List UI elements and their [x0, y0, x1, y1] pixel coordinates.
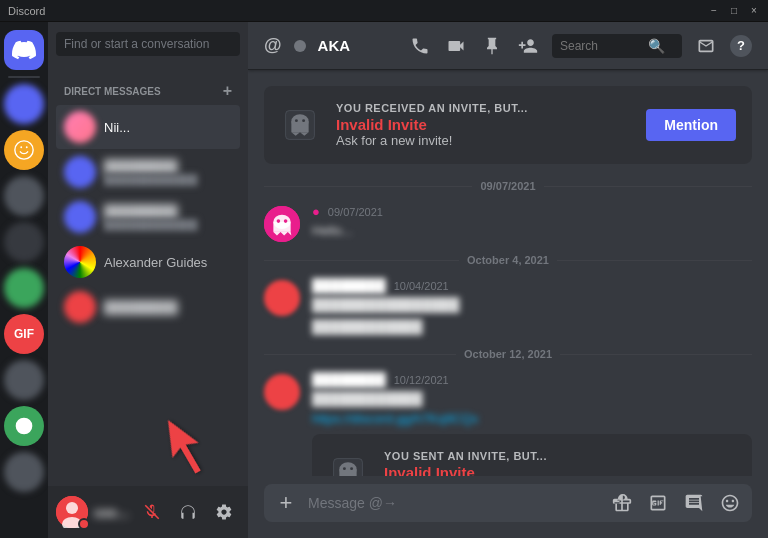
- invite-title-2: YOU SENT AN INVITE, BUT...: [384, 450, 736, 462]
- add-attachment-button[interactable]: +: [272, 489, 300, 517]
- message-input-icons: [608, 489, 744, 517]
- gif-button[interactable]: [644, 489, 672, 517]
- server-logo-icon-2: [13, 139, 35, 161]
- close-button[interactable]: ×: [748, 5, 760, 17]
- title-bar: Discord − □ ×: [0, 0, 768, 22]
- message-time-2: 10/04/2021: [394, 280, 449, 292]
- message-text-2: ████████████████: [312, 295, 752, 315]
- sticker-icon: [684, 493, 704, 513]
- svg-rect-10: [291, 121, 308, 132]
- message-author-2: ████████: [312, 278, 386, 293]
- server-divider: [8, 76, 40, 78]
- svg-point-13: [302, 119, 305, 122]
- settings-button[interactable]: [208, 496, 240, 528]
- message-avatar-1: [264, 206, 300, 242]
- deafen-button[interactable]: [172, 496, 204, 528]
- header-search-input[interactable]: [560, 39, 640, 53]
- message-text-input[interactable]: [308, 484, 600, 522]
- date-label-2: October 4, 2021: [467, 254, 549, 266]
- received-invite-banner: YOU RECEIVED AN INVITE, BUT... Invalid I…: [264, 86, 752, 164]
- call-icon: [410, 36, 430, 56]
- dm-item-3[interactable]: ████████ ████████████: [56, 195, 240, 239]
- gift-button[interactable]: [608, 489, 636, 517]
- dm-info-4: Alexander Guides: [104, 255, 232, 270]
- message-group-1: ● 09/07/2021 Hello...: [264, 204, 752, 242]
- invite-name-2: Invalid Invite: [384, 464, 736, 477]
- call-button[interactable]: [408, 34, 432, 58]
- dm-name-1: Nii...: [104, 120, 232, 135]
- discord-logo-icon: [12, 38, 36, 62]
- message-content-3: ████████ 10/12/2021 ████████████ https:/…: [312, 372, 752, 476]
- date-label-1: 09/07/2021: [480, 180, 535, 192]
- dm-item-5[interactable]: ████████: [56, 285, 240, 329]
- help-button[interactable]: ?: [730, 35, 752, 57]
- dm-search-container: [48, 22, 248, 66]
- server-icon-5[interactable]: [4, 268, 44, 308]
- dm-item-4[interactable]: G Alexander Guides: [56, 240, 240, 284]
- emoji-icon: [720, 493, 740, 513]
- mute-button[interactable]: [136, 496, 168, 528]
- message-text-3: ████████████: [312, 389, 752, 409]
- window-controls: − □ ×: [708, 5, 760, 17]
- message-content-1: ● 09/07/2021 Hello...: [312, 204, 752, 242]
- message-input-area: +: [248, 476, 768, 538]
- minimize-button[interactable]: −: [708, 5, 720, 17]
- at-symbol: @: [264, 35, 282, 56]
- headphone-icon: [179, 503, 197, 521]
- svg-point-5: [66, 502, 78, 514]
- inbox-button[interactable]: [694, 34, 718, 58]
- channel-name: AKA: [318, 37, 351, 54]
- dm-avatar-3: [64, 201, 96, 233]
- add-dm-button[interactable]: +: [223, 82, 232, 100]
- server-icon-6[interactable]: GIF: [4, 314, 44, 354]
- message-time-3: 10/12/2021: [394, 374, 449, 386]
- server-sidebar: GIF: [0, 22, 48, 538]
- server-icon-3[interactable]: [4, 176, 44, 216]
- dm-name-5: ████████: [104, 300, 232, 315]
- server-icon-7[interactable]: [4, 360, 44, 400]
- mention-button[interactable]: Mention: [646, 109, 736, 141]
- dm-item-1[interactable]: Nii...: [56, 105, 240, 149]
- server-icon-4[interactable]: [4, 222, 44, 262]
- search-bar[interactable]: 🔍: [552, 34, 682, 58]
- sent-invite-banner: YOU SENT AN INVITE, BUT... Invalid Invit…: [312, 434, 752, 477]
- user-avatar: [56, 496, 88, 528]
- pin-button[interactable]: [480, 34, 504, 58]
- search-input[interactable]: [56, 32, 240, 56]
- emoji-button[interactable]: [716, 489, 744, 517]
- dm-avatar-5: [64, 291, 96, 323]
- user-display-name: username: [94, 505, 130, 520]
- dm-section-title: DIRECT MESSAGES: [64, 86, 161, 97]
- discord-invite-link[interactable]: https://discord.gg/h7Kq9CQx: [312, 411, 752, 426]
- add-member-icon: [518, 36, 538, 56]
- server-icon-2[interactable]: [4, 130, 44, 170]
- server-icon-8[interactable]: [4, 406, 44, 446]
- maximize-button[interactable]: □: [728, 5, 740, 17]
- video-button[interactable]: [444, 34, 468, 58]
- settings-icon: [215, 503, 233, 521]
- dm-info-3: ████████ ████████████: [104, 204, 232, 231]
- dm-status-3: ████████████: [104, 219, 232, 231]
- message-input-bar: +: [264, 484, 752, 522]
- user-panel-controls: [136, 496, 240, 528]
- svg-point-19: [284, 219, 288, 223]
- video-icon: [446, 36, 466, 56]
- sticker-button[interactable]: [680, 489, 708, 517]
- message-author-3: ████████: [312, 372, 386, 387]
- user-panel-info: username: [94, 505, 130, 520]
- date-label-3: October 12, 2021: [464, 348, 552, 360]
- invite-icon-1: [280, 105, 320, 145]
- add-member-button[interactable]: [516, 34, 540, 58]
- discord-home-button[interactable]: [4, 30, 44, 70]
- message-header-3: ████████ 10/12/2021: [312, 372, 752, 387]
- server-icon-9[interactable]: [4, 452, 44, 492]
- dm-item-2[interactable]: ████████ ████████████: [56, 150, 240, 194]
- message-group-2: ████████ 10/04/2021 ████████████████ ███…: [264, 278, 752, 336]
- messages-area[interactable]: YOU RECEIVED AN INVITE, BUT... Invalid I…: [248, 70, 768, 476]
- mute-icon: [143, 503, 161, 521]
- discord-ghost-avatar-1: [264, 206, 300, 242]
- dm-info-2: ████████ ████████████: [104, 159, 232, 186]
- message-content-2: ████████ 10/04/2021 ████████████████ ███…: [312, 278, 752, 336]
- server-icon-1[interactable]: [4, 84, 44, 124]
- message-avatar-3: [264, 374, 300, 410]
